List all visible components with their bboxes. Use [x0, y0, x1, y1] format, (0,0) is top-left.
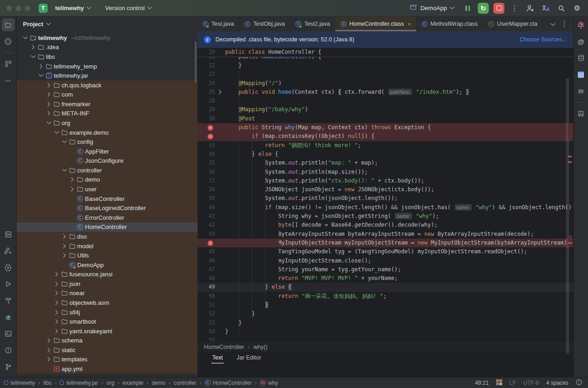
tool-button-table[interactable] — [575, 68, 588, 81]
tool-button-build[interactable] — [2, 294, 15, 307]
chevron-right-icon[interactable] — [61, 234, 68, 239]
line-number[interactable]: 33 — [198, 141, 215, 150]
line-number[interactable]: 36 — [198, 168, 215, 177]
editor-tab-Test.java[interactable]: CTest.java — [198, 17, 239, 31]
tree-item-AppFilter[interactable]: CAppFilter — [17, 147, 198, 156]
tree-item-BaseController[interactable]: CBaseController — [17, 194, 198, 204]
tool-button-debug[interactable] — [2, 311, 15, 324]
line-separator[interactable]: LF — [509, 380, 516, 386]
tree-item-example.demo[interactable]: example.demo — [17, 128, 198, 137]
inspections-icon[interactable] — [576, 379, 582, 387]
code-line[interactable]: 48 return "MVP! MVP! MVP! " + yourName; — [198, 274, 573, 283]
chevron-right-icon[interactable] — [45, 83, 52, 88]
tab-options-button[interactable]: ⋮ — [561, 20, 568, 28]
stop-button[interactable] — [493, 3, 504, 14]
chevron-right-icon[interactable] — [53, 319, 60, 324]
tree-item-slf4j[interactable]: slf4j — [17, 308, 198, 317]
chevron-right-icon[interactable] — [38, 64, 45, 69]
line-number[interactable]: 53 — [198, 319, 215, 327]
status-crumb-example[interactable]: example — [123, 380, 143, 386]
tool-button-terminal[interactable] — [2, 327, 15, 340]
line-number[interactable]: 20 — [198, 48, 215, 57]
code-line[interactable]: 49 } else { — [198, 283, 573, 291]
status-crumb-tellmewhy[interactable]: tellmewhy — [4, 380, 35, 386]
status-crumb-demo[interactable]: demo — [152, 380, 165, 386]
error-stripe-mark[interactable] — [568, 242, 572, 244]
tree-item-.idea[interactable]: .idea — [17, 43, 198, 52]
tool-button-bell[interactable] — [575, 18, 588, 31]
line-number[interactable]: 23 — [198, 70, 215, 79]
editor-tab-HomeController.class[interactable]: CHomeController.class× — [335, 17, 416, 31]
code-line[interactable]: 37 System.out.println("ctx.body(): " + c… — [198, 177, 573, 185]
editor-tab-TestObj.java[interactable]: CTestObj.java — [239, 17, 290, 31]
error-stripe-mark[interactable] — [568, 156, 572, 157]
tool-button-services[interactable] — [2, 228, 15, 241]
indent-setting[interactable]: 4 spaces — [546, 380, 568, 386]
caret-position[interactable]: 49:21 — [475, 380, 489, 386]
tree-item-JsonConfigure[interactable]: CJsonConfigure — [17, 156, 198, 166]
close-icon[interactable]: × — [407, 21, 411, 28]
tree-item-tellmewhy.jar[interactable]: tellmewhy.jar — [17, 71, 198, 80]
line-number[interactable]: 39 — [198, 194, 215, 203]
line-number[interactable]: 22 — [198, 61, 215, 70]
code-line[interactable]: 39 System.out.println(jsonObject.length(… — [198, 194, 573, 203]
pause-button[interactable] — [462, 3, 473, 14]
code-line[interactable]: 36 System.out.println(map.size()); — [198, 168, 573, 177]
vcs-menu[interactable]: Version control — [102, 3, 156, 13]
fold-marker[interactable] — [215, 88, 225, 97]
code-line[interactable]: 51 } — [198, 301, 573, 309]
breadcrumb-method[interactable]: why() — [254, 344, 268, 350]
code-line[interactable]: 22 } — [198, 61, 573, 70]
rerun-button[interactable]: ↻ — [478, 3, 489, 14]
tree-item-org[interactable]: org — [17, 118, 198, 128]
code-line[interactable]: 35 System.out.println("map: " + map); — [198, 159, 573, 167]
tool-button-run-anything[interactable] — [2, 261, 15, 274]
line-number[interactable]: 28 — [198, 97, 215, 105]
code-line[interactable]: 24 @Mapping("/") — [198, 79, 573, 88]
line-number[interactable]: 51 — [198, 301, 215, 309]
breakpoint-icon[interactable]: ✓ — [198, 239, 215, 247]
code-line[interactable]: 52 } — [198, 309, 573, 318]
error-stripe-mark[interactable] — [568, 161, 572, 163]
tool-button-more[interactable]: ⋯ — [2, 74, 15, 87]
chevron-right-icon[interactable] — [30, 45, 37, 50]
line-number[interactable]: 38 — [198, 185, 215, 194]
tree-item-ErrorController[interactable]: CErrorController — [17, 213, 198, 223]
chevron-right-icon[interactable] — [45, 102, 52, 107]
tree-item-schema[interactable]: schema — [17, 336, 198, 346]
chevron-right-icon[interactable] — [61, 253, 68, 258]
tool-button-remote-run[interactable] — [2, 245, 15, 257]
status-crumb-HomeController[interactable]: CHomeController — [205, 380, 252, 386]
code-line[interactable]: 30 @Post — [198, 114, 573, 123]
translate-button[interactable]: A — [540, 3, 551, 14]
tree-item-templates[interactable]: templates — [17, 355, 198, 365]
breakpoint-icon[interactable]: ✓ — [198, 123, 215, 132]
chevron-down-icon[interactable] — [38, 74, 45, 77]
zoom-window-button[interactable] — [25, 6, 30, 11]
chevron-right-icon[interactable] — [53, 300, 60, 305]
line-number[interactable]: 52 — [198, 309, 215, 318]
chevron-right-icon[interactable] — [53, 329, 60, 334]
chevron-right-icon[interactable] — [45, 92, 52, 97]
chevron-down-icon[interactable] — [30, 55, 37, 58]
code-line[interactable]: 34 } else { — [198, 150, 573, 159]
chevron-right-icon[interactable] — [45, 338, 52, 343]
chevron-down-icon[interactable] — [53, 131, 60, 134]
view-tab-Text[interactable]: Text — [211, 353, 224, 363]
error-stripe-mark[interactable] — [568, 235, 572, 245]
editor-tab-UserMapper.cla[interactable]: IUserMapper.cla — [483, 17, 543, 31]
line-number[interactable]: 30 — [198, 114, 215, 123]
code-line[interactable]: 40 if (map.size() != jsonObject.length()… — [198, 203, 573, 212]
tree-item-tellmewhy_temp[interactable]: tellmewhy_temp — [17, 62, 198, 71]
code-line[interactable]: 33 return "躺阴沟! think more! "; — [198, 141, 573, 150]
close-window-button[interactable] — [6, 6, 12, 11]
tree-item-demo[interactable]: demo — [17, 175, 198, 185]
line-number[interactable]: 45 — [198, 247, 215, 256]
plugin-grid-icon[interactable] — [496, 379, 502, 387]
tree-item-smartboot[interactable]: smartboot — [17, 317, 198, 326]
run-config-selector[interactable]: DemoApp — [407, 2, 458, 14]
line-number[interactable]: 37 — [198, 177, 215, 185]
chevron-down-icon[interactable] — [61, 140, 68, 143]
code-line[interactable]: 42 byte[] decode = Base64.getDecoder().d… — [198, 221, 573, 229]
code-line[interactable]: 46 myInputObjectStream.close(); — [198, 257, 573, 265]
